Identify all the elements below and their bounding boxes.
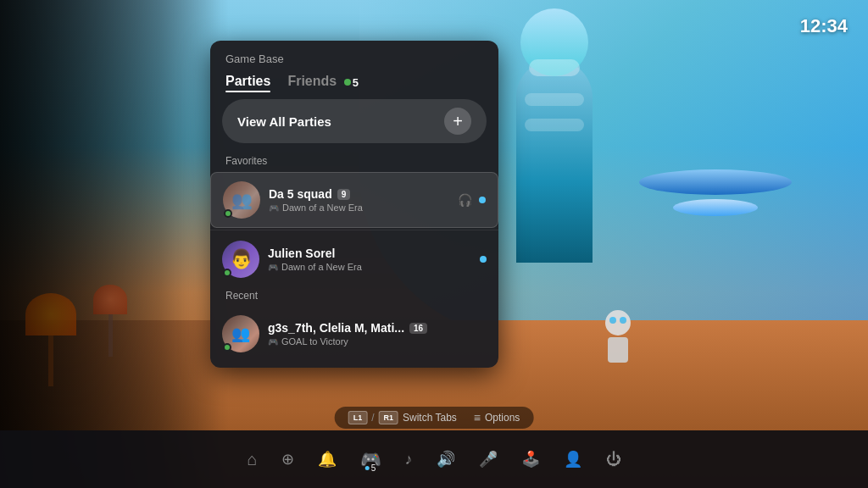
g3s-member-count: 16 <box>409 323 427 334</box>
home-icon: ⌂ <box>247 450 257 469</box>
g3s-avatar-wrap: 👥 <box>222 315 259 352</box>
nav-power[interactable]: ⏻ <box>606 451 621 469</box>
da5squad-indicator <box>479 197 486 203</box>
power-icon: ⏻ <box>606 451 621 469</box>
nav-icon-group: ⌂ ⊕ 🔔 🎮 5 ♪ 🔊 🎤 🕹️ 👤 <box>213 449 654 469</box>
julien-game: Dawn of a New Era <box>281 262 362 272</box>
nav-account[interactable]: 👤 <box>564 450 582 469</box>
divider-1 <box>210 230 498 230</box>
da5squad-game: Dawn of a New Era <box>282 202 363 213</box>
da5squad-status-dot <box>224 209 232 218</box>
account-icon: 👤 <box>564 450 582 469</box>
friends-count: 5 <box>353 76 359 89</box>
friends-online-dot <box>344 79 351 86</box>
g3s-info: g3s_7th, Clelia M, Mati... 16 🎮 GOAL to … <box>268 321 487 347</box>
game-base-dot <box>365 466 370 470</box>
julien-status-dot <box>223 269 231 277</box>
da5squad-name: Da 5 squad <box>269 187 332 201</box>
da5squad-avatar-wrap: 👥 <box>223 181 260 219</box>
party-item-da5squad[interactable]: 👥 Da 5 squad 9 🎮 Dawn of a New Era 🎧 <box>210 172 498 228</box>
add-party-button[interactable]: + <box>444 108 471 135</box>
julien-name: Julien Sorel <box>268 247 335 260</box>
view-all-label: View All Parties <box>237 114 331 129</box>
julien-actions <box>480 256 487 263</box>
switch-tabs-label: Switch Tabs <box>403 412 457 424</box>
options-label: Options <box>485 412 520 424</box>
game-base-count: 5 <box>371 463 376 473</box>
nav-notifications[interactable]: 🔔 <box>318 450 337 469</box>
julien-indicator <box>480 256 487 263</box>
nav-music[interactable]: ♪ <box>405 451 413 469</box>
da5squad-actions: 🎧 <box>458 193 486 207</box>
g3s-status-dot <box>223 343 231 352</box>
mic-icon: 🎤 <box>479 450 498 469</box>
da5squad-voice-icon: 🎧 <box>458 193 472 207</box>
da5squad-info: Da 5 squad 9 🎮 Dawn of a New Era <box>269 187 449 213</box>
julien-avatar-wrap: 👨 <box>222 241 259 278</box>
tab-bar: Parties Friends 5 <box>210 70 498 99</box>
g3s-game-icon: 🎮 <box>268 337 278 347</box>
nav-game-base[interactable]: 🎮 5 <box>360 449 381 469</box>
options-hint: ≡ Options <box>474 411 520 424</box>
control-hints: L1 / R1 Switch Tabs ≡ Options <box>335 407 534 429</box>
julien-info: Julien Sorel 🎮 Dawn of a New Era <box>268 247 471 272</box>
da5squad-member-count: 9 <box>337 189 351 200</box>
l1-button: L1 <box>348 411 368 424</box>
search-icon: ⊕ <box>281 450 294 469</box>
clock: 12:34 <box>800 15 848 37</box>
nav-controller[interactable]: 🕹️ <box>521 450 540 469</box>
options-icon: ≡ <box>474 411 481 424</box>
party-item-julien[interactable]: 👨 Julien Sorel 🎮 Dawn of a New Era <box>210 232 498 286</box>
julien-game-icon: 🎮 <box>268 263 278 272</box>
recent-label: Recent <box>210 286 498 307</box>
bottom-nav: ⌂ ⊕ 🔔 🎮 5 ♪ 🔊 🎤 🕹️ 👤 <box>0 430 868 488</box>
game-base-badge: 5 <box>365 463 376 473</box>
da5squad-game-icon: 🎮 <box>269 203 279 213</box>
volume-icon: 🔊 <box>437 450 455 469</box>
panel-title: Game Base <box>210 41 498 70</box>
party-item-g3s[interactable]: 👥 g3s_7th, Clelia M, Mati... 16 🎮 GOAL t… <box>210 307 498 361</box>
switch-tabs-hint: L1 / R1 Switch Tabs <box>348 411 457 424</box>
g3s-game: GOAL to Victory <box>281 336 348 347</box>
nav-mic[interactable]: 🎤 <box>479 450 498 469</box>
game-base-panel: Game Base Parties Friends 5 View All Par… <box>210 41 498 368</box>
tab-parties[interactable]: Parties <box>225 74 270 89</box>
controller-icon: 🕹️ <box>521 450 540 469</box>
nav-volume[interactable]: 🔊 <box>437 450 455 469</box>
nav-search[interactable]: ⊕ <box>281 450 294 469</box>
r1-button: R1 <box>379 411 399 424</box>
g3s-name: g3s_7th, Clelia M, Mati... <box>268 321 404 335</box>
view-all-parties-button[interactable]: View All Parties + <box>222 99 487 143</box>
tab-friends[interactable]: Friends 5 <box>287 74 358 89</box>
nav-home[interactable]: ⌂ <box>247 450 257 469</box>
music-icon: ♪ <box>405 451 413 469</box>
favorites-label: Favorites <box>210 152 498 172</box>
left-vignette <box>0 0 220 488</box>
bell-icon: 🔔 <box>318 450 337 469</box>
